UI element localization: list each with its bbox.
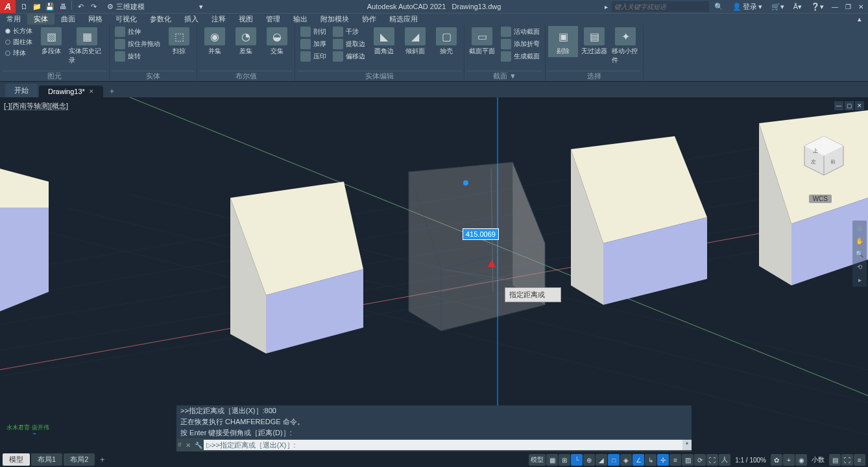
sb-osnap-icon[interactable]: □: [608, 454, 620, 466]
tab-close-icon[interactable]: ✕: [89, 88, 94, 95]
section-plane-button[interactable]: ▭截面平面: [467, 26, 497, 57]
vp-maximize-icon[interactable]: ▢: [845, 101, 854, 110]
tab-addins[interactable]: 附加模块: [314, 14, 356, 25]
sb-lineweight-icon[interactable]: ≡: [669, 454, 681, 466]
quick-access-arrow[interactable]: ▸: [605, 3, 610, 10]
drawing-tab[interactable]: Drawing13* ✕: [39, 86, 103, 97]
tab-collaborate[interactable]: 协作: [356, 14, 383, 25]
thicken-button[interactable]: 加厚: [298, 38, 329, 50]
app-logo[interactable]: A: [0, 0, 16, 13]
cmd-drag-handle[interactable]: ⠿: [176, 442, 183, 448]
culling-button[interactable]: ▣剔除: [548, 26, 578, 57]
move-gizmo-button[interactable]: ✦移动小控件: [610, 26, 640, 66]
dimension-input[interactable]: 415.0069: [463, 228, 499, 240]
close-button[interactable]: ✕: [855, 1, 867, 12]
account-button[interactable]: 👤 登录 ▾: [729, 2, 766, 12]
tab-visualize[interactable]: 可视化: [109, 14, 143, 25]
command-window[interactable]: >>指定距离或［退出(X)］:800 正在恢复执行 CHAMFEREDGE 命令…: [176, 405, 692, 451]
sb-3dosnap-icon[interactable]: ◈: [620, 454, 632, 466]
layout2-tab[interactable]: 布局2: [64, 453, 95, 466]
cart-icon[interactable]: 🛒▾: [767, 3, 788, 11]
tab-surface[interactable]: 曲面: [54, 14, 82, 25]
live-section-button[interactable]: 活动截面: [498, 26, 542, 38]
sb-units[interactable]: 小数: [808, 454, 828, 466]
sb-modelspace[interactable]: 模型: [529, 454, 546, 466]
panel-section-title[interactable]: 截面 ▼: [467, 71, 542, 80]
tab-annotate[interactable]: 注释: [205, 14, 232, 25]
sb-transparency-icon[interactable]: ▨: [682, 454, 693, 466]
viewcube[interactable]: 上 左 前: [798, 130, 850, 182]
taper-face-button[interactable]: ◢倾斜面: [400, 26, 430, 57]
imprint-button[interactable]: 压印: [298, 51, 329, 62]
no-filter-button[interactable]: ▤无过滤器: [579, 26, 609, 57]
viewport-label[interactable]: [-][西南等轴测][概念]: [4, 101, 68, 111]
add-jog-button[interactable]: 添加折弯: [498, 38, 542, 50]
qat-open-icon[interactable]: 📁: [31, 1, 43, 12]
intersect-button[interactable]: ◒交集: [262, 26, 292, 57]
cmd-customize-icon[interactable]: 🔧: [193, 442, 204, 449]
sb-quickprops-icon[interactable]: ▤: [829, 454, 841, 466]
qat-save-icon[interactable]: 💾: [44, 1, 56, 12]
primitive-cylinder[interactable]: 圆柱体: [3, 37, 35, 47]
qat-redo-icon[interactable]: ↷: [88, 1, 99, 12]
qat-undo-icon[interactable]: ↶: [75, 1, 86, 12]
command-input[interactable]: ▷>>指定距离或［退出(X)］:: [204, 440, 682, 450]
sb-annomonitor-icon[interactable]: +: [783, 454, 795, 466]
sb-polar-icon[interactable]: ⊕: [583, 454, 595, 466]
search-input[interactable]: [612, 1, 709, 12]
tab-solid[interactable]: 实体: [27, 14, 54, 25]
interfere-button[interactable]: 干涉: [330, 26, 368, 38]
primitive-box[interactable]: 长方体: [3, 26, 35, 36]
vp-close-icon[interactable]: ✕: [855, 101, 864, 110]
revolve-button[interactable]: 旋转: [112, 51, 163, 62]
tab-express[interactable]: 精选应用: [383, 14, 424, 25]
workspace-dropdown[interactable]: ⚙ 三维建模 ▾: [103, 1, 207, 12]
drawing-canvas[interactable]: [0, 97, 868, 435]
ribbon-collapse-icon[interactable]: ▴: [851, 14, 868, 25]
sb-grid-icon[interactable]: ▦: [546, 454, 558, 466]
sb-cleanscreen-icon[interactable]: ⛶: [841, 454, 853, 466]
nav-pan-icon[interactable]: ✋: [854, 235, 865, 246]
sweep-button[interactable]: ⬚扫掠: [164, 26, 194, 57]
sb-annotation-icon[interactable]: ⛶: [706, 454, 718, 466]
cmd-history-dropdown[interactable]: ▴: [682, 440, 692, 450]
solid-object-2[interactable]: [230, 182, 363, 353]
generate-section-button[interactable]: 生成截面: [498, 51, 542, 62]
model-tab[interactable]: 模型: [3, 453, 30, 466]
add-layout-button[interactable]: +: [96, 455, 108, 464]
solid-object-4[interactable]: [571, 136, 707, 305]
sb-annoscale-icon[interactable]: 人: [719, 454, 730, 466]
tab-manage[interactable]: 管理: [259, 14, 287, 25]
offset-edge-button[interactable]: 偏移边: [330, 51, 368, 62]
sb-otrack-icon[interactable]: ∠: [633, 454, 644, 466]
qat-new-icon[interactable]: 🗋: [18, 1, 30, 12]
new-tab-button[interactable]: +: [104, 86, 119, 97]
help-icon[interactable]: ❔▾: [807, 3, 828, 11]
presspull-button[interactable]: 按住并拖动: [112, 38, 163, 50]
sb-snap-icon[interactable]: ⊞: [559, 454, 570, 466]
tab-view[interactable]: 视图: [232, 14, 259, 25]
tab-insert[interactable]: 插入: [178, 14, 205, 25]
slice-button[interactable]: 剖切: [298, 26, 329, 38]
fillet-edge-button[interactable]: ◣圆角边: [369, 26, 399, 57]
start-tab[interactable]: 开始: [5, 84, 38, 97]
tab-parametric[interactable]: 参数化: [143, 14, 178, 25]
vp-minimize-icon[interactable]: —: [834, 101, 843, 110]
solid-history-button[interactable]: ▦实体历史记录: [67, 26, 106, 66]
sb-cycling-icon[interactable]: ⟳: [694, 454, 706, 466]
wcs-label[interactable]: WCS: [809, 195, 832, 203]
subtract-button[interactable]: ◔差集: [231, 26, 261, 57]
tab-home[interactable]: 常用: [0, 14, 27, 25]
sb-customize-icon[interactable]: ≡: [854, 454, 865, 466]
sb-hardware-icon[interactable]: ◉: [795, 454, 807, 466]
tab-output[interactable]: 输出: [287, 14, 314, 25]
primitive-sphere[interactable]: 球体: [3, 48, 35, 58]
autodesk-app-icon[interactable]: Ă▾: [790, 3, 806, 11]
nav-orbit-icon[interactable]: ⟲: [854, 261, 865, 272]
sb-dyninput-icon[interactable]: ✢: [657, 454, 669, 466]
nav-zoom-icon[interactable]: 🔍: [854, 248, 865, 259]
extrude-button[interactable]: 拉伸: [112, 26, 163, 38]
sb-ortho-icon[interactable]: └: [571, 454, 583, 466]
nav-showmotion-icon[interactable]: ▸: [854, 274, 865, 285]
sb-isodraft-icon[interactable]: ◢: [596, 454, 607, 466]
